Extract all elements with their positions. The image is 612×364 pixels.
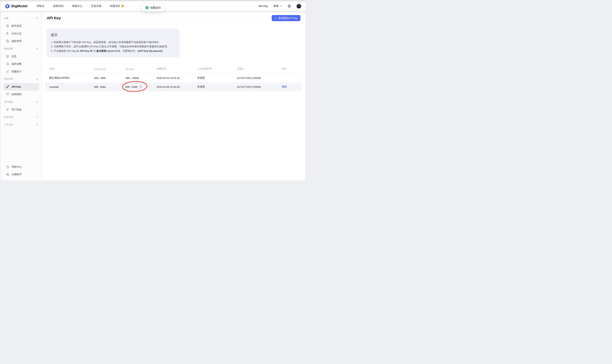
- add-api-key-button[interactable]: + 添加新的API Key: [272, 15, 300, 21]
- sidebar-item-wecom-assistant[interactable]: 企微助手: [3, 171, 39, 178]
- nav-item-promo[interactable]: 特惠专区 🔥: [110, 4, 124, 8]
- bigmodel-logo-icon: [5, 4, 10, 9]
- chevron-down-icon: [36, 124, 38, 125]
- my-plan-icon: [6, 62, 9, 65]
- chevron-up-icon: [36, 48, 38, 49]
- delete-link[interactable]: 删除: [282, 85, 287, 88]
- tips-line-2: 2. 为保障账户安全，如平台检测到 API Key 已发生公开泄露，可能会自动对…: [51, 44, 175, 49]
- api-key-table: 名称 API Key ID API key 创建时间 上次使用时间 所属人 操作…: [45, 57, 302, 91]
- nav-item-docs[interactable]: 开发文档: [91, 4, 101, 8]
- sidebar-item-account-settings[interactable]: 账号设置: [3, 22, 39, 30]
- nav-item-experience[interactable]: 体验中心: [72, 4, 82, 8]
- cell-name: 默认项目(135594): [45, 76, 94, 79]
- cell-name: example: [45, 86, 94, 88]
- plus-icon: +: [275, 16, 277, 20]
- user-avatar[interactable]: [297, 4, 301, 9]
- user-rights-icon: [6, 108, 9, 111]
- chevron-down-icon: [36, 117, 38, 118]
- cell-owner: 81701772517135594: [237, 77, 282, 79]
- sidebar-item-my-plan[interactable]: 我的套餐: [3, 60, 39, 68]
- col-header-name: 名称: [45, 67, 94, 70]
- table-header-row: 名称 API Key ID API key 创建时间 上次使用时间 所属人 操作: [45, 57, 302, 74]
- page-title: API Key: [47, 16, 61, 20]
- wecom-assistant-icon: [6, 173, 9, 176]
- cell-last-used: 未使用: [197, 85, 237, 89]
- chevron-down-icon: [280, 6, 282, 7]
- sidebar-item-rate-limit[interactable]: 速率限制: [3, 91, 39, 98]
- success-check-icon: [145, 6, 149, 9]
- help-center-icon: [6, 166, 9, 169]
- overview-icon: [6, 55, 9, 58]
- col-header-api-key: API key: [125, 68, 156, 70]
- tips-line-1: 1. 列表展示您账户下的全部 API Key，请妥善保管，勿与他人共享或暴露于浏…: [51, 40, 175, 44]
- chevron-up-icon: [36, 78, 38, 80]
- cell-key-id: 94ff...b48a: [94, 86, 125, 88]
- sidebar-group-settings[interactable]: 设置: [3, 14, 39, 22]
- cell-key-id: 26fc...06fb: [94, 77, 125, 79]
- sidebar-item-realname-verify[interactable]: 实名认证: [3, 30, 39, 37]
- sidebar-item-api-key[interactable]: API Key: [3, 83, 39, 91]
- cell-api-key: 26fc...AWaA: [125, 77, 156, 79]
- sidebar-group-project-management[interactable]: 项目管理: [3, 75, 39, 83]
- col-header-last-used: 上次使用时间: [197, 67, 237, 70]
- sidebar-item-overview[interactable]: 总览: [3, 52, 39, 60]
- sidebar-group-tickets[interactable]: 工单记录: [3, 121, 39, 129]
- col-header-key-id: API Key ID: [94, 68, 125, 70]
- toast-message: 创建成功: [150, 6, 161, 10]
- cell-created: 2026-03-03 13:52:16: [156, 77, 197, 79]
- copy-icon[interactable]: [139, 86, 142, 88]
- cell-api-key: 94ff...h4tW: [125, 86, 156, 88]
- tips-panel: 提示 1. 列表展示您账户下的全部 API Key，请妥善保管，勿与他人共享或暴…: [46, 29, 180, 57]
- sidebar-item-auth-management[interactable]: 授权管理: [3, 37, 39, 45]
- table-row: 默认项目(135594) 26fc...06fb 26fc...AWaA 202…: [45, 74, 302, 82]
- page-top-strip: [0, 0, 306, 1]
- account-settings-icon: [6, 24, 9, 27]
- sidebar-group-security[interactable]: 安全管理: [3, 113, 39, 121]
- tips-title: 提示: [51, 33, 175, 37]
- nav-item-app-space[interactable]: 应用空间: [53, 4, 64, 8]
- cell-created: 2026-03-06 20:54:40: [156, 86, 197, 88]
- cell-last-used: 未使用: [197, 76, 237, 79]
- nav-item-console[interactable]: 控制台: [37, 4, 45, 8]
- nav-item-finance[interactable]: 财务: [273, 4, 282, 8]
- chevron-up-icon: [36, 101, 38, 103]
- sidebar-item-help-center[interactable]: 帮助中心: [3, 163, 39, 171]
- cell-actions: 删除: [282, 85, 302, 89]
- page-header: API Key + 添加新的API Key: [42, 13, 305, 24]
- brand-logo[interactable]: BigModel: [5, 4, 27, 9]
- sidebar-item-usage-stats[interactable]: 用量统计: [3, 68, 39, 75]
- tips-line-3: 3. 平台颁发的 API Key 由 API Key ID 与 签名密钥 sec…: [51, 49, 175, 53]
- cell-owner: 81701772517135594: [237, 86, 282, 88]
- sidebar-item-user-rights[interactable]: 用户权益: [3, 106, 39, 113]
- table-row: example 94ff...b48a 94ff...h4tW 2026-03-…: [45, 82, 302, 91]
- primary-nav: 控制台 应用空间 体验中心 开发文档 特惠专区 🔥: [37, 4, 124, 8]
- fire-icon: 🔥: [121, 4, 124, 7]
- rate-limit-icon: [6, 93, 9, 96]
- col-header-owner: 所属人: [237, 67, 282, 70]
- auth-management-icon: [6, 39, 9, 43]
- sidebar-group-coding-plan[interactable]: 编程套餐: [3, 45, 39, 52]
- api-key-icon: [6, 85, 9, 88]
- sidebar-footer: 帮助中心 企微助手: [3, 162, 39, 178]
- globe-icon[interactable]: [288, 4, 291, 8]
- chevron-up-icon: [36, 18, 38, 19]
- sidebar: 设置 账号设置 实名认证: [1, 13, 42, 180]
- col-header-actions: 操作: [282, 67, 302, 70]
- brand-name: BigModel: [11, 4, 27, 8]
- nav-item-api-key[interactable]: API Key: [259, 5, 268, 8]
- usage-stats-icon: [6, 70, 9, 73]
- realname-verify-icon: [6, 32, 9, 35]
- sidebar-group-user-rights[interactable]: 用户权益: [3, 98, 39, 106]
- success-toast: 创建成功: [142, 4, 164, 12]
- main-content: API Key + 添加新的API Key 提示 1. 列表展示您账户下的全部 …: [42, 13, 305, 180]
- col-header-created: 创建时间: [156, 67, 197, 70]
